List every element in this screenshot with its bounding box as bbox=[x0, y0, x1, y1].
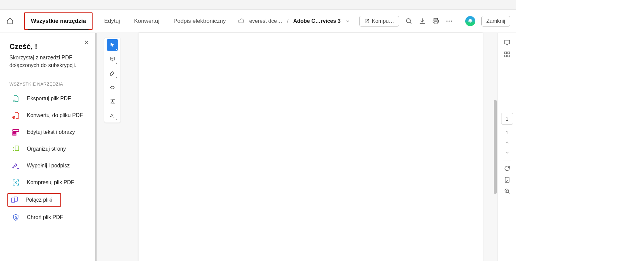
cloud-icon bbox=[238, 18, 245, 24]
tool-label: Edytuj tekst i obrazy bbox=[27, 129, 75, 135]
tool-select-arrow[interactable] bbox=[107, 39, 118, 51]
main-area: ✕ Cześć, ! Skorzystaj z narzędzi PDF doł… bbox=[0, 33, 516, 261]
open-external-button[interactable]: Kompu… bbox=[359, 16, 399, 27]
search-icon[interactable] bbox=[405, 17, 413, 25]
home-icon[interactable] bbox=[6, 17, 14, 25]
header-left: Wszystkie narzędzia Edytuj Konwertuj Pod… bbox=[6, 12, 228, 30]
tool-combine-files[interactable]: Połącz pliki bbox=[7, 193, 61, 207]
tool-compress-pdf[interactable]: Kompresuj plik PDF bbox=[9, 176, 89, 189]
thumbnails-panel-icon[interactable] bbox=[504, 51, 511, 58]
tab-all-tools[interactable]: Wszystkie narzędzia bbox=[28, 15, 89, 27]
page-number-input[interactable]: 1 bbox=[501, 113, 513, 125]
combine-files-icon bbox=[10, 196, 19, 204]
tool-label: Konwertuj do pliku PDF bbox=[27, 112, 83, 118]
title-bar-strip bbox=[0, 0, 516, 10]
vertical-divider bbox=[459, 17, 459, 25]
convert-pdf-icon bbox=[11, 111, 20, 119]
tool-sign[interactable] bbox=[107, 110, 118, 121]
tool-edit-text-images[interactable]: Edytuj tekst i obrazy bbox=[9, 126, 89, 138]
tool-convert-to-pdf[interactable]: Konwertuj do pliku PDF bbox=[9, 109, 89, 121]
rotate-view-icon[interactable] bbox=[504, 165, 511, 172]
tool-comment[interactable] bbox=[107, 53, 118, 65]
sidebar-subtitle: Skorzystaj z narzędzi PDF dołączonych do… bbox=[9, 54, 89, 69]
page-up-icon[interactable] bbox=[504, 140, 510, 145]
close-icon[interactable]: ✕ bbox=[84, 39, 89, 46]
tool-add-text-box[interactable]: A bbox=[107, 96, 118, 107]
tool-highlight[interactable] bbox=[107, 67, 118, 79]
tool-label: Połącz pliki bbox=[25, 197, 52, 203]
tool-label: Wypełnij i podpisz bbox=[27, 163, 70, 169]
tool-export-pdf[interactable]: Eksportuj plik PDF bbox=[9, 93, 89, 105]
organize-pages-icon bbox=[11, 145, 20, 153]
scrollbar-thumb[interactable] bbox=[494, 100, 497, 194]
tool-label: Organizuj strony bbox=[27, 146, 66, 152]
rail-separator bbox=[503, 160, 511, 160]
tool-organize-pages[interactable]: Organizuj strony bbox=[9, 143, 89, 155]
comments-panel-icon[interactable] bbox=[503, 39, 511, 46]
right-rail: 1 1 bbox=[497, 33, 516, 261]
app-window: Wszystkie narzędzia Edytuj Konwertuj Pod… bbox=[0, 0, 516, 261]
tab-label: Wszystkie narzędzia bbox=[31, 18, 86, 24]
tools-list: Eksportuj plik PDF Konwertuj do pliku PD… bbox=[9, 93, 89, 223]
breadcrumb: everest dce… / Adobe C…rvices 3 bbox=[238, 18, 350, 24]
document-page[interactable] bbox=[139, 33, 483, 261]
tab-convert[interactable]: Konwertuj bbox=[131, 15, 162, 27]
svg-rect-8 bbox=[13, 129, 19, 132]
document-name[interactable]: Adobe C…rvices 3 bbox=[293, 18, 340, 24]
tab-esign[interactable]: Podpis elektroniczny bbox=[171, 15, 228, 27]
print-icon[interactable] bbox=[432, 17, 439, 25]
svg-rect-18 bbox=[507, 52, 509, 54]
export-pdf-icon bbox=[11, 95, 20, 103]
svg-point-0 bbox=[407, 19, 411, 23]
top-header: Wszystkie narzędzia Edytuj Konwertuj Pod… bbox=[0, 10, 516, 33]
tool-fill-sign[interactable]: Wypełnij i podpisz bbox=[9, 160, 89, 172]
avatar[interactable] bbox=[465, 16, 475, 26]
current-page: 1 bbox=[505, 116, 508, 122]
page-down-icon[interactable] bbox=[504, 150, 510, 155]
sidebar: ✕ Cześć, ! Skorzystaj z narzędzi PDF doł… bbox=[0, 33, 97, 261]
svg-rect-2 bbox=[434, 22, 437, 24]
tab-label: Konwertuj bbox=[134, 18, 160, 24]
tool-label: Chroń plik PDF bbox=[27, 214, 63, 220]
svg-rect-20 bbox=[507, 55, 509, 57]
sidebar-greeting: Cześć, ! bbox=[9, 42, 89, 51]
svg-rect-21 bbox=[505, 177, 509, 182]
svg-rect-14 bbox=[15, 217, 16, 219]
canvas-area: A bbox=[97, 33, 497, 261]
page-display-icon[interactable] bbox=[504, 176, 511, 183]
main-tabs: Wszystkie narzędzia Edytuj Konwertuj Pod… bbox=[24, 12, 228, 30]
tool-label: Eksportuj plik PDF bbox=[27, 96, 71, 102]
svg-rect-19 bbox=[504, 55, 506, 57]
cloud-file-name[interactable]: everest dce… bbox=[249, 18, 282, 24]
sidebar-divider bbox=[9, 76, 89, 76]
chevron-down-icon[interactable] bbox=[345, 19, 350, 23]
quick-toolbar: A bbox=[104, 38, 121, 123]
tool-label: Kompresuj plik PDF bbox=[27, 179, 74, 186]
sidebar-group-label: WSZYSTKIE NARZĘDZIA bbox=[9, 82, 89, 87]
button-label: Kompu… bbox=[372, 18, 394, 24]
header-right: Kompu… Zamknij bbox=[359, 16, 510, 27]
svg-rect-9 bbox=[13, 133, 16, 134]
more-icon[interactable] bbox=[445, 17, 453, 25]
close-button[interactable]: Zamknij bbox=[481, 16, 510, 27]
total-pages: 1 bbox=[505, 129, 508, 135]
svg-rect-11 bbox=[15, 146, 19, 151]
protect-pdf-icon bbox=[11, 213, 20, 221]
document-wrap: A 1 bbox=[97, 33, 516, 261]
tab-edit[interactable]: Edytuj bbox=[101, 15, 122, 27]
fill-sign-icon bbox=[11, 162, 20, 170]
button-label: Zamknij bbox=[486, 18, 505, 24]
tab-label: Edytuj bbox=[104, 18, 120, 24]
svg-rect-17 bbox=[504, 52, 506, 54]
svg-point-3 bbox=[446, 20, 447, 21]
zoom-in-icon[interactable] bbox=[504, 188, 511, 195]
breadcrumb-separator: / bbox=[287, 18, 288, 24]
tool-draw-freeform[interactable] bbox=[107, 82, 118, 93]
svg-rect-10 bbox=[13, 134, 16, 135]
svg-rect-1 bbox=[434, 18, 437, 20]
download-icon[interactable] bbox=[419, 17, 426, 25]
svg-point-4 bbox=[448, 20, 449, 21]
compress-pdf-icon bbox=[11, 178, 20, 187]
tab-label: Podpis elektroniczny bbox=[173, 18, 226, 24]
tool-protect-pdf[interactable]: Chroń plik PDF bbox=[9, 211, 89, 223]
